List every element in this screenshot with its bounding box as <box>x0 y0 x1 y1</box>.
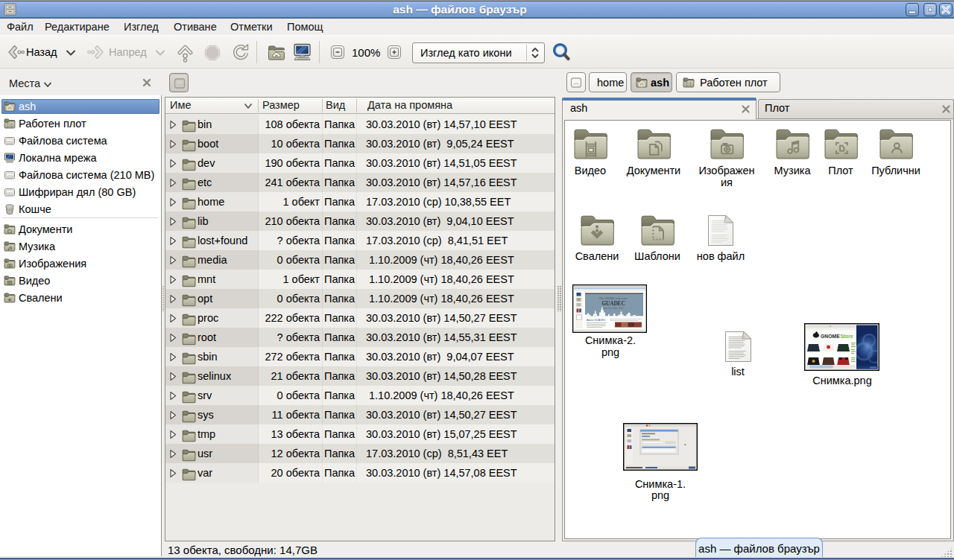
svg-text:Store: Store <box>841 334 854 339</box>
svg-text:GNOME: GNOME <box>821 334 840 339</box>
svg-text:About GUADEC: About GUADEC <box>587 319 606 322</box>
svg-text:The GNOME conference: The GNOME conference <box>599 297 628 300</box>
svg-text:GUADEC: GUADEC <box>601 301 625 307</box>
